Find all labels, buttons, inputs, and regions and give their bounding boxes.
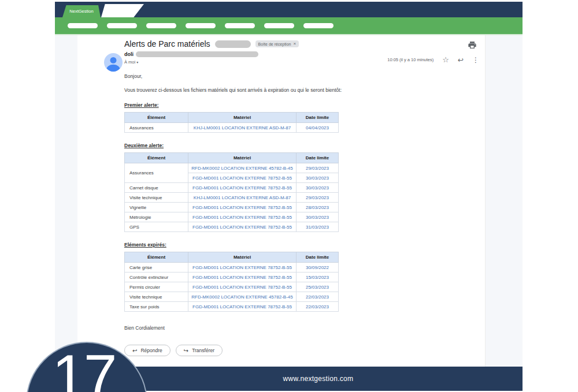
element-cell: Carnet disque: [125, 183, 188, 193]
date-limit-cell: 30/03/2023: [297, 212, 339, 222]
table-row: Carte griseFGD-MD001 LOCATION EXTERNE 78…: [125, 263, 339, 272]
page: NextGestion Alerts de Parc matériels Boî…: [0, 0, 578, 392]
nav-menu: [55, 17, 523, 35]
column-header: Élément: [125, 113, 188, 123]
alert-section: Premier alerte:ÉlémentMatérielDate limit…: [124, 102, 338, 133]
app-window: NextGestion Alerts de Parc matériels Boî…: [55, 2, 523, 392]
reply-arrow-icon: ↩: [132, 348, 137, 354]
materiel-link[interactable]: KHJ-LM0001 LOCATION EXTERNE ASD-M-87: [188, 193, 297, 203]
alert-table: ÉlémentMatérielDate limiteAssurancesKHJ-…: [124, 112, 339, 133]
alert-section: Eléments expirés:ÉlémentMatérielDate lim…: [124, 242, 338, 312]
email-meta-row: 10:05 (il y a 10 minutes) ☆ ↩ ⋮: [387, 56, 479, 64]
date-limit-cell: 29/03/2023: [297, 193, 339, 203]
alert-section: Deuxième alerte:ÉlémentMatérielDate limi…: [124, 143, 338, 232]
to-label: À moi: [124, 59, 135, 65]
materiel-link[interactable]: FGD-MD001 LOCATION EXTERNE 78752-B-55: [188, 212, 297, 222]
browser-title-bar: NextGestion: [55, 2, 523, 17]
table-row: Visite techniqueRFD-MK0002 LOCATION EXTE…: [125, 292, 339, 302]
section-title: Premier alerte:: [124, 102, 338, 108]
forward-button[interactable]: ↪ Transférer: [176, 345, 223, 356]
timestamp: 10:05 (il y a 10 minutes): [387, 57, 433, 62]
date-limit-cell: 25/03/2023: [297, 282, 339, 292]
date-limit-cell: 31/03/2023: [297, 222, 339, 232]
date-limit-cell: 29/03/2023: [297, 163, 339, 173]
intro-text: Vous trouverez ci-dessous les fichiers m…: [124, 87, 485, 93]
date-limit-cell: 30/03/2023: [297, 173, 339, 183]
materiel-link[interactable]: FGD-MD001 LOCATION EXTERNE 78752-B-55: [188, 272, 297, 282]
nav-item-redacted[interactable]: [107, 23, 137, 28]
element-cell: Permis circuler: [125, 282, 188, 292]
forward-arrow-icon: ↪: [184, 348, 188, 354]
table-row: AssurancesRFD-MK0002 LOCATION EXTERNE 45…: [125, 163, 339, 173]
alert-sections: Premier alerte:ÉlémentMatérielDate limit…: [124, 102, 338, 312]
inbox-label-chip[interactable]: Boîte de réception ×: [255, 40, 299, 47]
redacted-subject-text: [215, 40, 251, 48]
nav-item-redacted[interactable]: [146, 23, 176, 28]
date-limit-cell: 04/04/2023: [297, 123, 339, 133]
element-cell: Visite technique: [125, 193, 188, 203]
print-icon[interactable]: [468, 40, 477, 50]
nav-item-redacted[interactable]: [303, 23, 334, 28]
table-row: Carnet disqueFGD-MD001 LOCATION EXTERNE …: [125, 183, 339, 193]
email-card: Alerts de Parc matériels Boîte de récept…: [77, 35, 486, 367]
alert-table: ÉlémentMatérielDate limiteAssurancesRFD-…: [124, 152, 339, 232]
column-header: Matériel: [188, 113, 297, 123]
nav-item-redacted[interactable]: [264, 23, 294, 28]
more-options-icon[interactable]: ⋮: [472, 57, 479, 64]
column-header: Date limite: [297, 252, 339, 263]
materiel-link[interactable]: FGD-MD001 LOCATION EXTERNE 78752-B-55: [188, 282, 297, 292]
column-header: Matériel: [188, 153, 297, 163]
footer-url: www.nextgestion.com: [283, 375, 354, 383]
element-cell: Métrologie: [125, 212, 188, 222]
materiel-link[interactable]: KHJ-LM0001 LOCATION EXTERNE ASD-M-87: [188, 123, 297, 133]
email-subject: Alerts de Parc matériels: [124, 39, 210, 48]
tab-redacted[interactable]: [101, 4, 144, 17]
materiel-link[interactable]: RFD-MK0002 LOCATION EXTERNE 45782-B-45: [188, 163, 297, 173]
table-row: Contrôle extincteurFGD-MD001 LOCATION EX…: [125, 272, 339, 282]
reply-icon[interactable]: ↩: [458, 57, 464, 64]
tab-nextgestion[interactable]: NextGestion: [62, 5, 101, 17]
materiel-link[interactable]: FGD-MD001 LOCATION EXTERNE 78752-B-55: [188, 263, 297, 272]
materiel-link[interactable]: FGD-MD001 LOCATION EXTERNE 78752-B-55: [188, 183, 297, 193]
nav-item-redacted[interactable]: [68, 23, 98, 28]
element-cell: Taxe sur poids: [125, 302, 188, 312]
inbox-label-text: Boîte de réception: [258, 42, 291, 46]
nav-item-redacted[interactable]: [186, 23, 216, 28]
table-row: VignetteFGD-MD001 LOCATION EXTERNE 78752…: [125, 203, 339, 212]
materiel-link[interactable]: RFD-MK0002 LOCATION EXTERNE 45782-B-45: [188, 292, 297, 302]
signoff-text: Bien Cordialement: [124, 325, 485, 331]
table-row: GPSFGD-MD001 LOCATION EXTERNE 78752-B-55…: [125, 222, 339, 232]
materiel-link[interactable]: FGD-MD001 LOCATION EXTERNE 78752-B-55: [188, 203, 297, 212]
materiel-link[interactable]: FGD-MD001 LOCATION EXTERNE 78752-B-55: [188, 173, 297, 183]
section-title: Deuxième alerte:: [124, 143, 338, 148]
content-area: Alerts de Parc matériels Boîte de récept…: [55, 35, 523, 367]
table-row: Visite techniqueKHJ-LM0001 LOCATION EXTE…: [125, 193, 339, 203]
date-limit-cell: 22/03/2023: [297, 292, 339, 302]
table-row: Taxe sur poidsFGD-MD001 LOCATION EXTERNE…: [125, 302, 339, 312]
column-header: Date limite: [297, 153, 339, 163]
column-header: Élément: [125, 153, 188, 163]
page-number: 17: [52, 346, 116, 392]
star-icon[interactable]: ☆: [442, 56, 449, 64]
table-row: AssurancesKHJ-LM0001 LOCATION EXTERNE AS…: [125, 123, 339, 133]
subject-row: Alerts de Parc matériels Boîte de récept…: [124, 39, 485, 48]
actions-row: ↩ Répondre ↪ Transférer: [124, 345, 485, 356]
element-cell: Contrôle extincteur: [125, 272, 188, 282]
materiel-link[interactable]: FGD-MD001 LOCATION EXTERNE 78752-B-55: [188, 302, 297, 312]
reply-button[interactable]: ↩ Répondre: [124, 345, 171, 356]
brand-label: NextGestion: [69, 9, 93, 14]
label-close-icon[interactable]: ×: [293, 42, 296, 46]
materiel-link[interactable]: FGD-MD001 LOCATION EXTERNE 78752-B-55: [188, 222, 297, 232]
element-cell: Vignette: [125, 203, 188, 212]
nav-item-redacted[interactable]: [225, 23, 255, 28]
chevron-down-icon: ▾: [136, 61, 138, 64]
element-cell: GPS: [125, 222, 188, 232]
column-header: Matériel: [188, 252, 297, 263]
redacted-sender-address: [136, 51, 258, 57]
element-cell: Assurances: [125, 163, 188, 183]
alert-table: ÉlémentMatérielDate limiteCarte griseFGD…: [124, 252, 339, 312]
sender-avatar[interactable]: [104, 53, 123, 72]
greeting-text: Bonjour,: [124, 73, 485, 79]
date-limit-cell: 22/03/2023: [297, 302, 339, 312]
table-row: MétrologieFGD-MD001 LOCATION EXTERNE 787…: [125, 212, 339, 222]
